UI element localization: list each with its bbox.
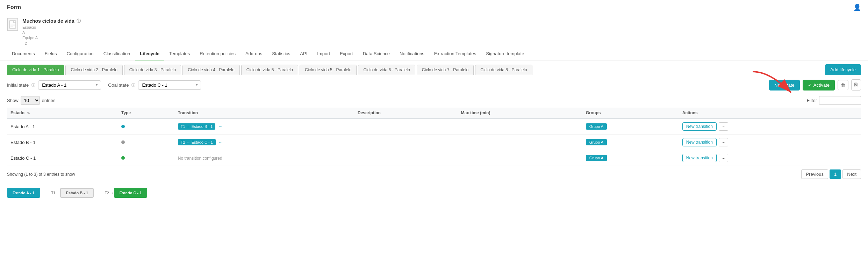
tab-add-ons[interactable]: Add-ons [241,48,267,60]
breadcrumb-area: Muchos ciclos de vida ⓘ Espacio A - Equi… [0,15,868,48]
row-menu-button-1[interactable]: ··· [719,122,729,131]
no-transition-text: No transition configured [178,156,222,161]
initial-state-label: Initial state [7,82,29,88]
description-cell [354,150,458,166]
initial-state-info-icon: ⓘ [31,82,35,88]
page-1-button[interactable]: 1 [830,169,841,179]
tab-data-science[interactable]: Data Science [358,48,395,60]
tab-configuration[interactable]: Configuration [62,48,98,60]
transition-target: Estado C - 1 [192,140,213,144]
goal-state-label: Goal state [108,82,129,88]
more-button[interactable]: ··· [218,140,223,145]
add-lifecycle-button[interactable]: Add lifecycle [825,64,861,75]
tab-classification[interactable]: Classification [99,48,135,60]
entries-select[interactable]: 10 25 50 [21,96,40,105]
flow-arrow-t1: T1 → [40,190,60,195]
row-menu-button-2[interactable]: ··· [719,138,729,146]
col-description: Description [354,108,458,118]
lifecycle-tab-5b[interactable]: Ciclo de vida 5 - Paralelo [300,65,357,75]
transition-arrow: → [187,125,190,129]
lifecycle-tab-1[interactable]: Ciclo de vida 1 - Paralelo [7,65,64,75]
show-label: Show [7,98,19,103]
col-groups: Groups [582,108,679,118]
type-cell [118,150,174,166]
tab-fields[interactable]: Fields [40,48,62,60]
entries-label: entries [42,98,56,103]
document-name: Muchos ciclos de vida [22,18,74,25]
tab-lifecycle[interactable]: Lifecycle [135,48,164,60]
previous-button[interactable]: Previous [801,169,828,179]
show-entries-group: Show 10 25 50 entries [7,96,56,105]
col-estado: Estado ⇅ [7,108,118,118]
new-transition-button-1[interactable]: New transition [682,122,717,131]
tab-extraction-templates[interactable]: Extraction Templates [429,48,481,60]
group-cell: Grupo A [582,150,679,166]
tab-api[interactable]: API [295,48,312,60]
svg-rect-0 [9,21,16,28]
initial-state-select[interactable]: Estado A - 1 Estado B - 1 Estado C - 1 [38,80,101,90]
transition-label: T1 [181,124,185,129]
lifecycle-tab-8[interactable]: Ciclo de vida 8 - Paralelo [475,65,532,75]
group-cell: Grupo A [582,135,679,150]
goal-state-select[interactable]: Estado A - 1 Estado B - 1 Estado C - 1 [138,80,201,90]
table-footer: Showing (1 to 3) of 3 entries to show Pr… [0,166,868,182]
user-icon[interactable]: 👤 [853,3,861,11]
tab-signature-template[interactable]: Signature template [481,48,529,60]
lifecycle-tab-7[interactable]: Ciclo de vida 7 - Paralelo [417,65,474,75]
group-badge: Grupo A [586,155,607,161]
tab-templates[interactable]: Templates [164,48,195,60]
doc-meta: Espacio A - Equipo A - 2 [22,25,81,46]
flow-arrow-t2: T2 → [94,190,114,195]
flow-node-estado-a: Estado A - 1 [7,188,40,198]
flow-node-estado-b: Estado B - 1 [60,188,94,198]
col-actions: Actions [679,108,861,118]
document-icon [7,18,18,31]
tab-import[interactable]: Import [312,48,335,60]
type-cell [118,135,174,150]
copy-button[interactable]: ⎘ [851,79,861,91]
lifecycle-table: Estado ⇅ Type Transition Description Max… [7,108,861,166]
initial-state-group: Initial state ⓘ Estado A - 1 Estado B - … [7,80,101,90]
new-transition-button-3[interactable]: New transition [682,154,717,162]
state-dot-gray [121,140,125,144]
tab-retention-policies[interactable]: Retention policies [195,48,241,60]
new-state-button[interactable]: New state [769,80,800,91]
state-dot-blue [121,125,125,128]
lifecycle-tab-5a[interactable]: Ciclo de vida 5 - Paralelo [241,65,298,75]
controls-row: Initial state ⓘ Estado A - 1 Estado B - … [0,75,868,95]
delete-button[interactable]: 🗑 [838,80,848,90]
transition-label: T2 [181,140,185,144]
tab-statistics[interactable]: Statistics [267,48,295,60]
transition-cell: T1 → Estado B - 1 ··· [174,118,354,135]
new-transition-button-2[interactable]: New transition [682,138,717,146]
tab-export[interactable]: Export [335,48,358,60]
activate-button[interactable]: ✓ Activate [803,80,835,91]
max-time-cell [457,118,582,135]
more-button[interactable]: ··· [218,124,223,129]
lifecycle-tab-4[interactable]: Ciclo de vida 4 - Paralelo [182,65,239,75]
group-cell: Grupo A [582,118,679,135]
transition-target: Estado B - 1 [192,124,213,129]
showing-text: Showing (1 to 3) of 3 entries to show [7,172,75,177]
description-cell [354,118,458,135]
lifecycle-tab-6[interactable]: Ciclo de vida 6 - Paralelo [358,65,415,75]
next-button[interactable]: Next [842,169,861,179]
nav-tabs: Documents Fields Configuration Classific… [0,48,868,60]
tab-notifications[interactable]: Notifications [395,48,429,60]
lifecycle-tab-3[interactable]: Ciclo de vida 3 - Paralelo [124,65,181,75]
sort-icon-estado[interactable]: ⇅ [27,111,30,115]
tab-documents[interactable]: Documents [7,48,40,60]
col-transition: Transition [174,108,354,118]
lifecycle-tab-2[interactable]: Ciclo de vida 2 - Paralelo [65,65,122,75]
pagination: Previous 1 Next [801,169,861,179]
group-badge: Grupo A [586,139,607,145]
table-row: Estado A - 1 T1 → Estado B - 1 ··· Grupo… [7,118,861,135]
transition-arrow: → [187,140,190,144]
max-time-cell [457,135,582,150]
filter-group: Filter [807,96,861,105]
filter-input[interactable] [819,96,861,105]
table-row: Estado C - 1 No transition configured Gr… [7,150,861,166]
actions-cell: New transition ··· [679,118,861,135]
info-icon[interactable]: ⓘ [77,18,81,24]
row-menu-button-3[interactable]: ··· [719,154,729,162]
